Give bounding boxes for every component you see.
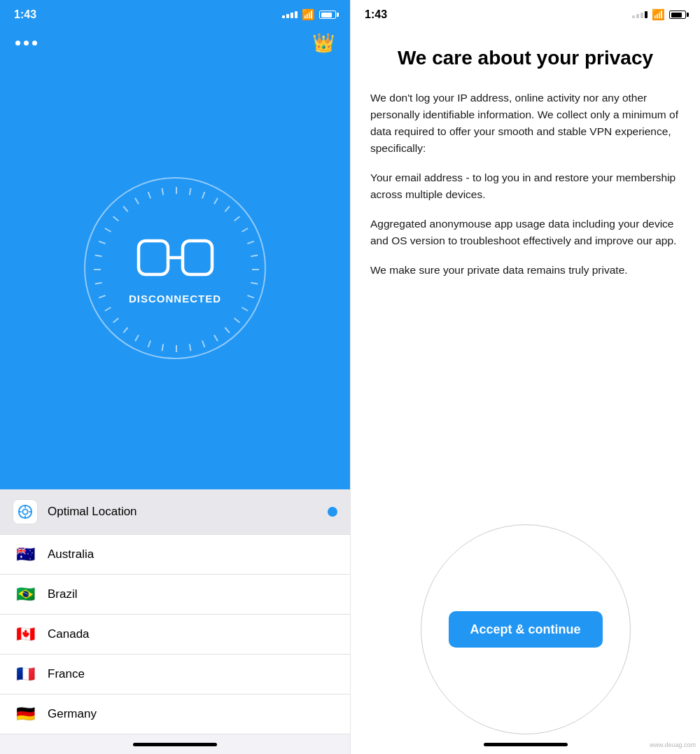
svg-line-21 — [135, 335, 139, 342]
svg-line-14 — [225, 328, 229, 333]
svg-line-8 — [251, 256, 258, 257]
right-status-bar: 1:43 📶 — [351, 0, 700, 25]
svg-line-6 — [242, 228, 248, 232]
left-status-icons: 📶 — [282, 8, 336, 21]
dot2 — [24, 41, 29, 46]
left-header: 👑 — [0, 25, 350, 61]
location-item-optimal[interactable]: Optimal Location — [0, 489, 350, 535]
right-battery-icon — [669, 11, 686, 19]
location-item-brazil[interactable]: 🇧🇷 Brazil — [0, 575, 350, 615]
france-flag: 🇫🇷 — [13, 664, 38, 684]
svg-line-34 — [148, 192, 150, 198]
location-item-france[interactable]: 🇫🇷 France — [0, 655, 350, 694]
privacy-content: We care about your privacy We don't log … — [351, 25, 700, 510]
svg-line-16 — [202, 340, 204, 347]
svg-line-25 — [99, 295, 105, 298]
privacy-paragraph-4: We make sure your private data remains t… — [370, 262, 680, 279]
menu-button[interactable] — [15, 41, 37, 46]
dot1 — [15, 41, 20, 46]
accept-area: Accept & continue — [351, 510, 700, 734]
svg-line-5 — [234, 216, 240, 221]
svg-line-22 — [123, 328, 127, 333]
home-indicator-left — [0, 734, 350, 754]
svg-line-1 — [190, 188, 191, 195]
vpn-area: DISCONNECTED — [0, 61, 350, 489]
privacy-title: We care about your privacy — [370, 46, 680, 70]
home-bar-right — [484, 743, 568, 746]
optimal-location-icon — [13, 499, 38, 524]
location-list: Optimal Location 🇦🇺 Australia 🇧🇷 Brazil … — [0, 489, 350, 734]
svg-line-19 — [162, 344, 164, 351]
svg-line-31 — [113, 216, 119, 221]
accept-continue-button[interactable]: Accept & continue — [449, 611, 603, 648]
svg-line-4 — [225, 207, 229, 212]
australia-flag: 🇦🇺 — [13, 545, 38, 564]
svg-line-10 — [251, 283, 258, 284]
svg-line-32 — [123, 207, 127, 212]
left-status-bar: 1:43 📶 — [0, 0, 350, 25]
dot3 — [32, 41, 37, 46]
home-indicator-right — [351, 734, 700, 754]
right-wifi-icon: 📶 — [652, 8, 665, 21]
wifi-icon: 📶 — [302, 8, 315, 21]
premium-crown-icon[interactable]: 👑 — [312, 32, 335, 54]
right-panel: 1:43 📶 We care about your privacy We don… — [350, 0, 700, 754]
signal-icon — [282, 11, 298, 18]
chain-link-icon — [135, 232, 216, 283]
svg-line-29 — [99, 242, 105, 244]
svg-line-30 — [105, 228, 111, 232]
watermark: www.deuag.com — [650, 741, 696, 748]
svg-line-2 — [202, 192, 204, 198]
privacy-paragraph-1: We don't log your IP address, online act… — [370, 90, 680, 157]
svg-line-12 — [242, 307, 248, 311]
location-item-canada[interactable]: 🇨🇦 Canada — [0, 615, 350, 655]
home-bar-left — [133, 743, 217, 746]
privacy-paragraph-3: Aggregated anonymouse app usage data inc… — [370, 216, 680, 249]
selected-indicator — [328, 507, 337, 517]
svg-line-15 — [214, 335, 218, 342]
germany-name: Germany — [48, 707, 337, 721]
location-item-germany[interactable]: 🇩🇪 Germany — [0, 694, 350, 734]
france-name: France — [48, 667, 337, 681]
australia-name: Australia — [48, 547, 337, 561]
svg-line-23 — [113, 318, 119, 322]
svg-line-24 — [105, 307, 111, 311]
svg-line-33 — [135, 198, 139, 204]
svg-line-28 — [95, 256, 102, 257]
battery-icon — [319, 11, 336, 19]
svg-line-20 — [148, 340, 150, 347]
left-time: 1:43 — [14, 8, 36, 21]
canada-name: Canada — [48, 627, 337, 641]
svg-line-26 — [95, 283, 102, 284]
germany-flag: 🇩🇪 — [13, 704, 38, 724]
right-status-icons: 📶 — [632, 8, 686, 21]
right-signal-icon — [632, 11, 648, 18]
svg-rect-37 — [183, 241, 212, 274]
left-panel: 1:43 📶 👑 — [0, 0, 350, 754]
location-item-australia[interactable]: 🇦🇺 Australia — [0, 535, 350, 575]
brazil-name: Brazil — [48, 587, 337, 601]
right-time: 1:43 — [365, 8, 387, 21]
svg-line-11 — [247, 295, 253, 298]
svg-line-35 — [162, 188, 164, 195]
svg-line-13 — [234, 318, 240, 322]
vpn-circle[interactable]: DISCONNECTED — [84, 177, 266, 359]
optimal-location-name: Optimal Location — [48, 505, 318, 519]
privacy-paragraph-2: Your email address - to log you in and r… — [370, 169, 680, 203]
svg-line-3 — [214, 198, 218, 204]
svg-point-40 — [22, 509, 27, 514]
svg-rect-36 — [139, 241, 168, 274]
svg-line-17 — [190, 344, 191, 351]
brazil-flag: 🇧🇷 — [13, 585, 38, 604]
canada-flag: 🇨🇦 — [13, 624, 38, 644]
accept-circle: Accept & continue — [421, 524, 631, 734]
svg-line-7 — [247, 242, 253, 244]
